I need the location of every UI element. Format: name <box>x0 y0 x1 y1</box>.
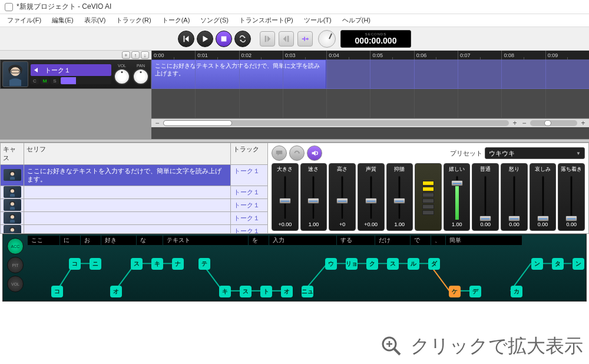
phoneme-node[interactable]: デ <box>469 286 481 297</box>
cast-cell[interactable] <box>1 165 24 186</box>
track-c-button[interactable]: C <box>31 77 39 84</box>
talk-row[interactable]: トーク１ <box>1 186 267 199</box>
talk-row[interactable]: トーク１ <box>1 212 267 225</box>
marker-start-button[interactable] <box>260 31 275 47</box>
talk-row[interactable]: ここにお好きなテキストを入力するだけで、簡単に文字を読み上げます。トーク１ <box>1 165 267 186</box>
zoom-thumb[interactable] <box>544 120 551 126</box>
preset-select[interactable]: ウキウキ <box>485 147 585 159</box>
redo-button[interactable] <box>289 145 305 161</box>
cast-cell[interactable] <box>1 225 24 233</box>
track-cell[interactable]: トーク１ <box>231 199 267 211</box>
menu-item-6[interactable]: トランスポート(P) <box>234 15 298 26</box>
speech-bubble-button[interactable] <box>272 145 287 161</box>
zoom-out-icon[interactable]: − <box>521 119 528 127</box>
phoneme-editor[interactable]: ACC PIT VOL ここにお好きなテキストを入力するだけで、簡単 ココニオス… <box>2 234 587 302</box>
time-ruler[interactable]: 0:000:010:020:030:040:050:060:070:080:09 <box>151 51 589 59</box>
cursor-button[interactable] <box>297 31 313 47</box>
move-track-up-button[interactable]: ↑ <box>131 51 140 59</box>
talk-row[interactable]: トーク１ <box>1 225 267 233</box>
talk-row[interactable]: トーク１ <box>1 199 267 212</box>
phoneme-node[interactable]: ダ <box>428 258 440 270</box>
marker-end-button[interactable] <box>279 31 294 47</box>
phoneme-node[interactable]: ニ <box>90 258 101 270</box>
phoneme-node[interactable]: キ <box>219 286 231 297</box>
slider-嬉しい[interactable]: 嬉しい1.00 <box>444 163 471 231</box>
pit-button[interactable]: PIT <box>7 257 24 273</box>
phoneme-node[interactable]: カ <box>511 286 522 297</box>
cast-cell[interactable] <box>1 186 24 198</box>
menu-item-0[interactable]: ファイル(F) <box>2 15 46 26</box>
line-cell[interactable] <box>24 212 231 224</box>
slider-怒り[interactable]: 怒り0.00 <box>501 163 528 231</box>
menu-item-8[interactable]: ヘルプ(H) <box>337 15 375 26</box>
track-mute-button[interactable]: M <box>41 77 49 84</box>
add-track-button[interactable]: + <box>122 51 130 59</box>
tempo-dial[interactable] <box>318 30 336 48</box>
col-line[interactable]: セリフ <box>24 143 231 164</box>
phoneme-node[interactable]: コ <box>69 258 81 270</box>
volume-knob[interactable] <box>114 68 130 85</box>
phoneme-node[interactable]: ン <box>573 258 584 270</box>
track-cell[interactable]: トーク１ <box>231 186 267 198</box>
menu-item-2[interactable]: 表示(V) <box>80 15 111 26</box>
scroll-thumb[interactable] <box>163 120 232 126</box>
zoom-in-icon[interactable]: + <box>580 119 587 127</box>
cast-cell[interactable] <box>1 212 24 224</box>
phoneme-node[interactable]: コ <box>51 286 63 297</box>
cast-cell[interactable] <box>1 199 24 211</box>
track-cell[interactable]: トーク１ <box>231 212 267 224</box>
slider-哀しみ[interactable]: 哀しみ0.00 <box>530 163 557 231</box>
track-cell[interactable]: トーク１ <box>231 225 267 233</box>
phoneme-node[interactable]: ケ <box>449 286 461 297</box>
timeline[interactable]: 0:000:010:020:030:040:050:060:070:080:09… <box>151 51 589 139</box>
slider-落ち着き[interactable]: 落ち着き0.00 <box>558 163 585 231</box>
track-avatar[interactable] <box>2 61 28 87</box>
line-cell[interactable] <box>24 225 231 233</box>
play-button[interactable] <box>197 31 213 47</box>
scroll-right-icon[interactable]: + <box>511 119 518 127</box>
rewind-button[interactable] <box>178 31 194 47</box>
slider-声質[interactable]: 声質+0.00 <box>358 163 385 231</box>
menu-item-7[interactable]: ツール(T) <box>299 15 336 26</box>
phoneme-node[interactable]: ニュ <box>302 286 313 297</box>
line-cell[interactable] <box>24 199 231 211</box>
menu-item-5[interactable]: ソング(S) <box>196 15 233 26</box>
phoneme-node[interactable]: リョ <box>346 258 358 270</box>
track-header[interactable]: トーク１ C M S VOL PAN <box>0 59 151 89</box>
audio-clip[interactable]: ここにお好きなテキストを入力するだけで、簡単に文字を読み上げます。 <box>151 59 326 89</box>
phoneme-node[interactable]: オ <box>110 286 122 297</box>
phoneme-node[interactable]: テ <box>198 258 210 270</box>
slider-普通[interactable]: 普通0.00 <box>472 163 499 231</box>
phoneme-node[interactable]: ナ <box>172 258 184 270</box>
stop-button[interactable] <box>216 31 232 47</box>
pan-knob[interactable] <box>133 68 149 85</box>
vol-button[interactable]: VOL <box>7 276 24 292</box>
phoneme-node[interactable]: ク <box>366 258 378 270</box>
menu-item-1[interactable]: 編集(E) <box>47 15 78 26</box>
speaker-button[interactable] <box>307 145 322 161</box>
empty-track-row[interactable] <box>151 89 589 118</box>
phoneme-node[interactable]: ス <box>387 258 399 270</box>
phoneme-node[interactable]: ル <box>408 258 419 270</box>
phoneme-node[interactable]: ス <box>240 286 252 297</box>
phoneme-node[interactable]: ン <box>531 258 543 270</box>
phoneme-node[interactable]: ス <box>131 258 143 270</box>
slider-equalizer[interactable] <box>415 163 442 231</box>
phoneme-node[interactable]: ト <box>260 286 272 297</box>
acc-button[interactable]: ACC <box>7 238 24 254</box>
phoneme-node[interactable]: ウ <box>325 258 337 270</box>
slider-抑揚[interactable]: 抑揚1.00 <box>386 163 413 231</box>
scroll-left-icon[interactable]: − <box>154 119 161 127</box>
phoneme-graph[interactable]: ここにお好きなテキストを入力するだけで、簡単 ココニオスキナテキストオニュウリョ… <box>28 234 586 301</box>
loop-button[interactable] <box>234 31 251 47</box>
slider-大きさ[interactable]: 大きさ+0.00 <box>272 163 299 231</box>
timeline-scroll[interactable]: − + − + <box>151 118 589 127</box>
track-name[interactable]: トーク１ <box>31 64 111 76</box>
menu-item-4[interactable]: トーク(A) <box>157 15 195 26</box>
col-cast[interactable]: キャス <box>1 143 24 164</box>
slider-速さ[interactable]: 速さ1.00 <box>300 163 327 231</box>
col-track[interactable]: トラック <box>231 143 267 164</box>
clip-tail[interactable] <box>326 59 589 89</box>
phoneme-node[interactable]: キ <box>151 258 163 270</box>
clip-row[interactable]: ここにお好きなテキストを入力するだけで、簡単に文字を読み上げます。 <box>151 59 589 89</box>
